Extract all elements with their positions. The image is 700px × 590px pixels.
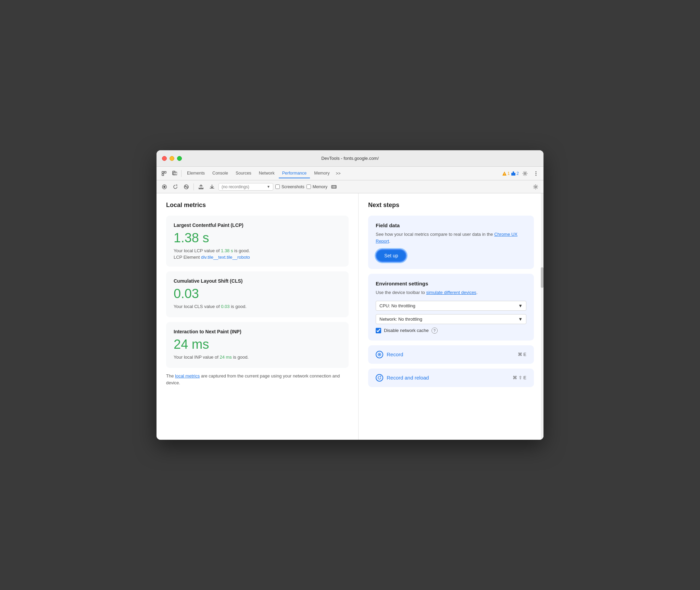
inp-title: Interaction to Next Paint (INP) xyxy=(174,329,341,334)
cpu-dropdown-arrow: ▼ xyxy=(518,303,523,308)
lcp-desc-value: 1.38 s xyxy=(221,248,233,253)
svg-rect-2 xyxy=(164,171,166,173)
svg-text:!: ! xyxy=(504,172,505,176)
cpu-throttling-dropdown[interactable]: CPU: No throttling ▼ xyxy=(376,301,526,311)
network-dropdown-arrow: ▼ xyxy=(518,317,523,322)
cls-card: Cumulative Layout Shift (CLS) 0.03 Your … xyxy=(166,271,349,317)
record-reload-icon xyxy=(376,374,383,382)
record-action-card[interactable]: Record ⌘ E xyxy=(368,345,534,364)
warning-count: 1 xyxy=(508,171,510,176)
cls-desc-value: 0.03 xyxy=(221,304,229,309)
network-throttling-dropdown[interactable]: Network: No throttling ▼ xyxy=(376,314,526,324)
cls-desc: Your local CLS value of 0.03 is good. xyxy=(174,304,341,309)
svg-rect-1 xyxy=(162,174,164,176)
memory-label: Memory xyxy=(313,184,327,189)
main-content: Local metrics Largest Contentful Paint (… xyxy=(157,193,543,440)
minimize-button[interactable] xyxy=(170,156,174,161)
more-tabs-button[interactable]: >> xyxy=(334,170,342,177)
download-button[interactable] xyxy=(208,182,216,191)
title-bar: DevTools - fonts.google.com/ xyxy=(157,150,543,167)
info-badge[interactable]: 2 xyxy=(511,171,519,176)
inspect-element-button[interactable] xyxy=(159,169,169,178)
svg-rect-8 xyxy=(513,171,514,173)
record-shortcut: ⌘ E xyxy=(518,352,526,357)
cls-desc-suffix: is good. xyxy=(230,304,247,309)
upload-button[interactable] xyxy=(197,182,205,191)
lcp-card: Largest Contentful Paint (LCP) 1.38 s Yo… xyxy=(166,216,349,267)
device-toolbar-button[interactable] xyxy=(170,169,179,178)
record-reload-action-card[interactable]: Record and reload ⌘ ⇧ E xyxy=(368,369,534,387)
svg-rect-3 xyxy=(173,171,175,175)
close-button[interactable] xyxy=(162,156,167,161)
tab-elements[interactable]: Elements xyxy=(184,169,208,178)
lcp-title: Largest Contentful Paint (LCP) xyxy=(174,222,341,228)
memory-checkbox-label[interactable]: Memory xyxy=(307,184,327,189)
footer-link[interactable]: local metrics xyxy=(175,373,200,379)
cache-checkbox-row: Disable network cache ? xyxy=(376,328,526,334)
settings-button[interactable] xyxy=(520,169,530,178)
field-data-desc-suffix: . xyxy=(389,239,390,244)
env-settings-card: Environment settings Use the device tool… xyxy=(368,274,534,341)
env-settings-title: Environment settings xyxy=(376,281,526,286)
svg-point-9 xyxy=(524,172,526,174)
inp-desc: Your local INP value of 24 ms is good. xyxy=(174,355,341,360)
footer-text-prefix: The xyxy=(166,373,175,379)
svg-point-24 xyxy=(379,354,380,355)
svg-point-22 xyxy=(535,186,537,188)
inp-desc-value: 24 ms xyxy=(220,355,232,360)
nav-divider xyxy=(181,170,182,177)
cache-help-icon[interactable]: ? xyxy=(432,328,438,334)
main-wrapper: Local metrics Largest Contentful Paint (… xyxy=(157,193,543,440)
tab-console[interactable]: Console xyxy=(209,169,232,178)
scrollbar-track xyxy=(541,193,543,440)
lcp-element-link[interactable]: div.tile__text.tile__roboto xyxy=(201,255,250,260)
left-panel: Local metrics Largest Contentful Paint (… xyxy=(157,193,359,440)
screenshots-checkbox[interactable] xyxy=(275,184,280,189)
field-data-card: Field data See how your local metrics co… xyxy=(368,216,534,269)
svg-point-10 xyxy=(536,171,537,172)
disable-cache-checkbox[interactable] xyxy=(376,328,381,333)
simulate-devices-link[interactable]: simulate different devices xyxy=(426,290,476,295)
screenshots-checkbox-label[interactable]: Screenshots xyxy=(275,184,304,189)
cache-label: Disable network cache xyxy=(384,328,429,333)
lcp-element-label: LCP Element xyxy=(174,255,200,260)
nav-right: ! 1 2 xyxy=(502,169,541,178)
network-throttling-value: Network: No throttling xyxy=(379,317,422,322)
footer-note: The local metrics are captured from the … xyxy=(166,373,349,386)
tab-performance[interactable]: Performance xyxy=(279,169,310,178)
memory-icon-button[interactable] xyxy=(329,182,338,191)
tab-memory[interactable]: Memory xyxy=(311,169,333,178)
clear-button[interactable] xyxy=(182,182,191,191)
memory-checkbox[interactable] xyxy=(307,184,311,189)
recordings-dropdown[interactable]: (no recordings) ▼ xyxy=(218,183,273,191)
svg-rect-7 xyxy=(511,173,515,176)
record-button[interactable] xyxy=(160,182,169,191)
more-options-button[interactable] xyxy=(531,169,541,178)
maximize-button[interactable] xyxy=(177,156,182,161)
tab-sources[interactable]: Sources xyxy=(232,169,255,178)
env-desc-prefix: Use the device toolbar to xyxy=(376,290,426,295)
nav-tabs: Elements Console Sources Network Perform… xyxy=(157,167,543,180)
inp-value: 24 ms xyxy=(174,337,341,352)
field-data-desc-prefix: See how your local metrics compare to re… xyxy=(376,232,494,237)
warning-badge[interactable]: ! 1 xyxy=(502,171,510,176)
inp-desc-prefix: Your local INP value of xyxy=(174,355,220,360)
next-steps-title: Next steps xyxy=(368,202,534,209)
local-metrics-title: Local metrics xyxy=(166,202,349,209)
svg-rect-0 xyxy=(162,171,164,173)
lcp-element: LCP Element div.tile__text.tile__roboto xyxy=(174,255,341,260)
record-reload-label: Record and reload xyxy=(387,375,429,381)
tab-network[interactable]: Network xyxy=(255,169,278,178)
scrollbar-thumb[interactable] xyxy=(541,267,543,288)
field-data-title: Field data xyxy=(376,222,526,228)
traffic-lights xyxy=(162,156,182,161)
cpu-throttling-value: CPU: No throttling xyxy=(379,303,415,308)
recordings-value: (no recordings) xyxy=(222,184,249,189)
screenshots-label: Screenshots xyxy=(282,184,304,189)
setup-button[interactable]: Set up xyxy=(376,249,407,262)
lcp-desc: Your local LCP value of 1.38 s is good. xyxy=(174,248,341,253)
record-label: Record xyxy=(387,351,403,357)
performance-settings-button[interactable] xyxy=(531,182,540,191)
reload-record-button[interactable] xyxy=(171,182,180,191)
field-data-desc: See how your local metrics compare to re… xyxy=(376,231,526,244)
